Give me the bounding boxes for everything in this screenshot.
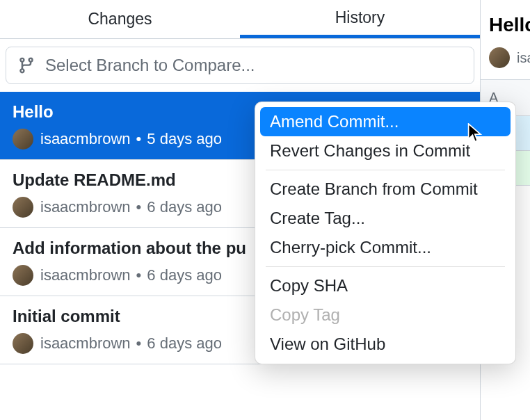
menu-copy-sha[interactable]: Copy SHA xyxy=(260,271,511,300)
commit-detail-title: Hello xyxy=(481,0,530,47)
menu-create-tag[interactable]: Create Tag... xyxy=(260,204,511,233)
separator-dot: • xyxy=(136,266,142,284)
tab-history[interactable]: History xyxy=(240,0,480,38)
menu-separator xyxy=(266,170,505,170)
commit-author: isaacmbrown xyxy=(40,266,131,284)
separator-dot: • xyxy=(136,130,142,148)
avatar xyxy=(489,47,510,68)
git-branch-icon xyxy=(17,56,35,74)
menu-copy-tag: Copy Tag xyxy=(260,300,511,330)
tab-changes[interactable]: Changes xyxy=(0,0,240,38)
menu-cherry-pick[interactable]: Cherry-pick Commit... xyxy=(260,233,511,262)
avatar xyxy=(13,129,33,150)
avatar xyxy=(13,265,33,286)
branch-compare-placeholder: Select Branch to Compare... xyxy=(45,56,255,75)
commit-detail-author: isaacmbrown xyxy=(517,50,530,66)
commit-time: 6 days ago xyxy=(147,198,222,216)
commit-time: 5 days ago xyxy=(147,130,222,148)
menu-revert-changes[interactable]: Revert Changes in Commit xyxy=(260,136,511,165)
commit-author: isaacmbrown xyxy=(40,198,131,216)
branch-compare-selector[interactable]: Select Branch to Compare... xyxy=(6,47,474,84)
menu-create-branch[interactable]: Create Branch from Commit xyxy=(260,175,511,204)
commit-author: isaacmbrown xyxy=(40,130,131,148)
menu-amend-commit[interactable]: Amend Commit... xyxy=(260,107,511,136)
commit-time: 6 days ago xyxy=(147,334,222,353)
commit-author: isaacmbrown xyxy=(40,334,131,353)
avatar xyxy=(13,333,33,354)
menu-separator xyxy=(266,266,505,267)
avatar xyxy=(13,197,33,218)
separator-dot: • xyxy=(136,198,142,216)
commit-time: 6 days ago xyxy=(147,266,222,284)
separator-dot: • xyxy=(136,334,142,353)
context-menu: Amend Commit... Revert Changes in Commit… xyxy=(255,102,516,364)
menu-view-github[interactable]: View on GitHub xyxy=(260,330,511,359)
